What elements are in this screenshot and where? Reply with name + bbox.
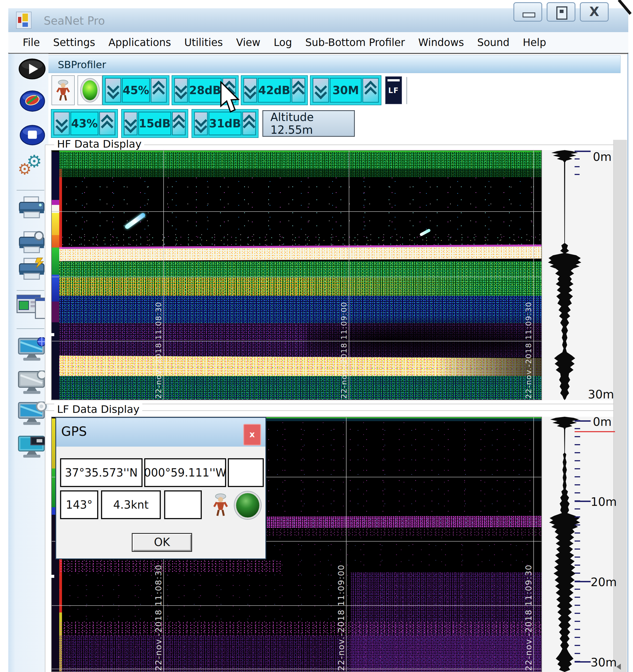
gps-dialog-titlebar[interactable]: GPS x (56, 418, 265, 447)
menu-settings[interactable]: Settings (47, 37, 102, 48)
hf-ruler-zero-line (575, 151, 591, 152)
decrease-button[interactable] (124, 112, 137, 135)
print-button[interactable] (17, 195, 46, 222)
hf-gridline-h (52, 341, 542, 341)
lf-gridline-v (346, 417, 346, 672)
menu-file[interactable]: File (16, 37, 47, 48)
lf-gridline-v (533, 417, 534, 672)
menu-log[interactable]: Log (267, 37, 299, 48)
hf-ruler-tick (575, 174, 580, 175)
menu-sub-bottom-profiler[interactable]: Sub-Bottom Profiler (299, 37, 412, 48)
range-pct-value-lf: 43% (71, 112, 98, 135)
menu-utilities[interactable]: Utilities (178, 37, 229, 48)
altitude-value: Altitude 12.55m (270, 111, 354, 136)
sidebar-divider (17, 190, 44, 191)
lf-ruler-major-tick (575, 501, 591, 502)
ok-label: OK (154, 536, 170, 549)
print-quick-button[interactable] (17, 257, 46, 284)
hf-group-label: HF Data Display (54, 138, 144, 150)
increase-button[interactable] (363, 78, 379, 102)
chevron-up-icon (100, 113, 115, 135)
diver-icon (213, 492, 228, 519)
close-icon: X (589, 4, 599, 19)
lf-toggle-button[interactable]: LF (385, 76, 402, 104)
gps-extra-readout2 (164, 490, 202, 519)
gps-speed-readout: 4.3knt (101, 490, 161, 519)
diver-tool-button[interactable] (51, 75, 75, 105)
increase-button[interactable] (151, 78, 167, 102)
gps-close-button[interactable]: x (243, 424, 261, 446)
lf-ruler-major-tick (575, 420, 591, 422)
range-pct-control-hf: 45% (102, 75, 169, 105)
sidebar-divider (17, 290, 44, 291)
hf-ascan-panel: 0m 30m (542, 150, 613, 400)
increase-button[interactable] (292, 78, 305, 102)
chevron-down-icon (106, 79, 120, 102)
lf-timestamp: 22-nov.-2018 11:08:30 (154, 564, 163, 671)
monitor-globe-button[interactable] (17, 337, 47, 363)
increase-button[interactable] (242, 112, 256, 135)
lf-ascan-panel: 0m 10m 20m 30m (542, 417, 613, 672)
range-pct-value-hf: 45% (122, 78, 150, 102)
gain2-control-hf: 42dB (241, 75, 308, 105)
color-settings-button[interactable] (19, 89, 45, 114)
increase-button[interactable] (99, 112, 115, 135)
menu-applications[interactable]: Applications (102, 37, 178, 48)
lf-edge-marker (49, 575, 54, 578)
lf-gridline-h (52, 669, 542, 669)
stop-button[interactable] (19, 124, 45, 147)
sbprofiler-bar: SBProfiler (36, 55, 620, 73)
gears-icon[interactable]: ⚙ ⚙ (17, 154, 48, 182)
lf-timestamp: 22-nov.-2018 11:09:30 (524, 564, 533, 671)
print-preview-button[interactable] (17, 231, 46, 257)
lf-depth-label: 30m (591, 656, 617, 669)
chevron-down-icon (125, 113, 137, 135)
app-window-button[interactable] (16, 294, 47, 321)
gps-ok-button[interactable]: OK (132, 533, 192, 552)
hf-timestamp: 22-nov.-2018 11:08:30 (154, 302, 163, 399)
gps-heading-readout: 143° (60, 490, 98, 519)
decrease-button[interactable] (174, 78, 188, 102)
hf-ruler-tick (575, 159, 580, 160)
gain1-control-lf: 15dB (121, 109, 188, 138)
minimize-button[interactable] (513, 2, 542, 22)
chevron-down-icon (313, 79, 328, 102)
hf-colormap-scale (52, 247, 59, 275)
menu-help[interactable]: Help (516, 37, 553, 48)
hf-water-speckle (62, 177, 542, 237)
menu-separator (8, 53, 628, 54)
menu-windows[interactable]: Windows (412, 37, 470, 48)
hf-layer-orange (59, 278, 491, 296)
lf-depth-label: 10m (591, 495, 617, 509)
close-button[interactable]: X (580, 2, 609, 22)
monitor-gray-button[interactable] (17, 370, 47, 397)
decrease-button[interactable] (105, 78, 121, 102)
status-led-button (77, 75, 102, 105)
gps-latitude-readout: 37°35.573''N (60, 458, 143, 487)
hf-edge-marker (49, 333, 54, 336)
decrease-button[interactable] (244, 78, 257, 102)
increase-button[interactable] (172, 112, 186, 135)
gps-dialog-title: GPS (61, 424, 87, 439)
sbprofiler-title: SBProfiler (58, 59, 106, 70)
chevron-up-icon (243, 113, 255, 135)
menu-view[interactable]: View (229, 37, 267, 48)
hf-colormap-scale (52, 275, 59, 302)
gps-dialog: GPS x 37°35.573''N 000°59.111''W 143° 4.… (55, 417, 266, 559)
decrease-button[interactable] (54, 112, 70, 135)
play-button[interactable] (18, 57, 46, 81)
monitor-ring-button[interactable] (17, 402, 47, 428)
hf-colormap-scale (52, 235, 59, 247)
chevron-down-icon (54, 113, 69, 135)
hf-depth-label-bottom: 30m (588, 388, 614, 401)
lf-ruler-major-tick (575, 581, 591, 582)
altitude-readout: Altitude 12.55m (262, 110, 355, 137)
decrease-button[interactable] (313, 78, 329, 102)
restore-button[interactable] (546, 2, 576, 22)
vertical-scrollbar[interactable] (613, 140, 627, 672)
hf-layer-bottom (59, 376, 542, 400)
monitor-dark-button[interactable] (17, 435, 47, 460)
menu-sound[interactable]: Sound (470, 37, 516, 48)
decrease-button[interactable] (194, 112, 208, 135)
window-title: SeaNet Pro (44, 15, 105, 27)
